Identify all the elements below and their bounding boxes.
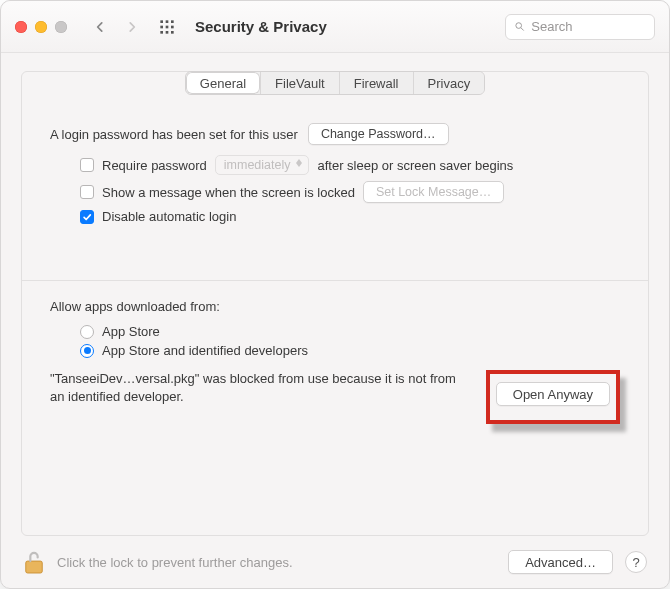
show-message-checkbox[interactable]	[80, 185, 94, 199]
svg-rect-0	[160, 20, 163, 23]
help-button[interactable]: ?	[625, 551, 647, 573]
window-controls	[15, 21, 67, 33]
require-password-label: Require password	[102, 158, 207, 173]
close-window-button[interactable]	[15, 21, 27, 33]
svg-rect-6	[160, 31, 163, 34]
search-icon	[514, 20, 525, 33]
tab-privacy[interactable]: Privacy	[413, 72, 485, 94]
tab-bar: General FileVault Firewall Privacy	[185, 71, 485, 95]
radio-app-store[interactable]	[80, 325, 94, 339]
set-lock-message-button[interactable]: Set Lock Message…	[363, 181, 504, 203]
search-input[interactable]	[531, 19, 646, 34]
require-password-after-label: after sleep or screen saver begins	[317, 158, 513, 173]
unlocked-lock-icon	[23, 549, 45, 575]
tab-filevault[interactable]: FileVault	[260, 72, 339, 94]
svg-line-10	[521, 28, 523, 30]
svg-rect-8	[171, 31, 174, 34]
svg-rect-3	[160, 25, 163, 28]
chevron-left-icon	[93, 20, 107, 34]
show-message-label: Show a message when the screen is locked	[102, 185, 355, 200]
check-icon	[82, 212, 92, 222]
svg-point-9	[516, 23, 522, 29]
require-password-delay-select[interactable]: immediately	[215, 155, 310, 175]
svg-rect-2	[171, 20, 174, 23]
svg-rect-7	[166, 31, 169, 34]
back-button[interactable]	[93, 20, 107, 34]
lock-hint-label: Click the lock to prevent further change…	[57, 555, 293, 570]
disable-auto-login-label: Disable automatic login	[102, 209, 236, 224]
login-section: A login password has been set for this u…	[50, 123, 620, 230]
lock-button[interactable]	[23, 549, 45, 575]
open-anyway-highlight: Open Anyway	[486, 370, 620, 424]
gatekeeper-heading: Allow apps downloaded from:	[50, 299, 620, 314]
radio-app-store-label: App Store	[102, 324, 160, 339]
chevron-right-icon	[125, 20, 139, 34]
change-password-button[interactable]: Change Password…	[308, 123, 449, 145]
tab-general[interactable]: General	[186, 72, 260, 94]
gatekeeper-section: Allow apps downloaded from: App Store Ap…	[50, 299, 620, 424]
toolbar: Security & Privacy	[1, 1, 669, 53]
require-password-checkbox[interactable]	[80, 158, 94, 172]
zoom-window-button[interactable]	[55, 21, 67, 33]
svg-rect-4	[166, 25, 169, 28]
forward-button[interactable]	[125, 20, 139, 34]
open-anyway-button[interactable]: Open Anyway	[496, 382, 610, 406]
blocked-app-message: "TanseeiDev…versal.pkg" was blocked from…	[50, 370, 472, 405]
show-all-button[interactable]	[159, 19, 175, 35]
footer: Click the lock to prevent further change…	[1, 536, 669, 588]
disable-auto-login-checkbox[interactable]	[80, 210, 94, 224]
preferences-window: Security & Privacy General FileVault Fir…	[0, 0, 670, 589]
content-area: General FileVault Firewall Privacy A log…	[1, 53, 669, 536]
grid-icon	[159, 19, 175, 35]
radio-identified-developers[interactable]	[80, 344, 94, 358]
tab-firewall[interactable]: Firewall	[339, 72, 413, 94]
svg-rect-1	[166, 20, 169, 23]
settings-panel: General FileVault Firewall Privacy A log…	[21, 71, 649, 536]
section-divider	[22, 280, 648, 281]
password-set-label: A login password has been set for this u…	[50, 127, 298, 142]
window-title: Security & Privacy	[195, 18, 327, 35]
minimize-window-button[interactable]	[35, 21, 47, 33]
search-field[interactable]	[505, 14, 655, 40]
svg-rect-5	[171, 25, 174, 28]
radio-identified-developers-label: App Store and identified developers	[102, 343, 308, 358]
advanced-button[interactable]: Advanced…	[508, 550, 613, 574]
